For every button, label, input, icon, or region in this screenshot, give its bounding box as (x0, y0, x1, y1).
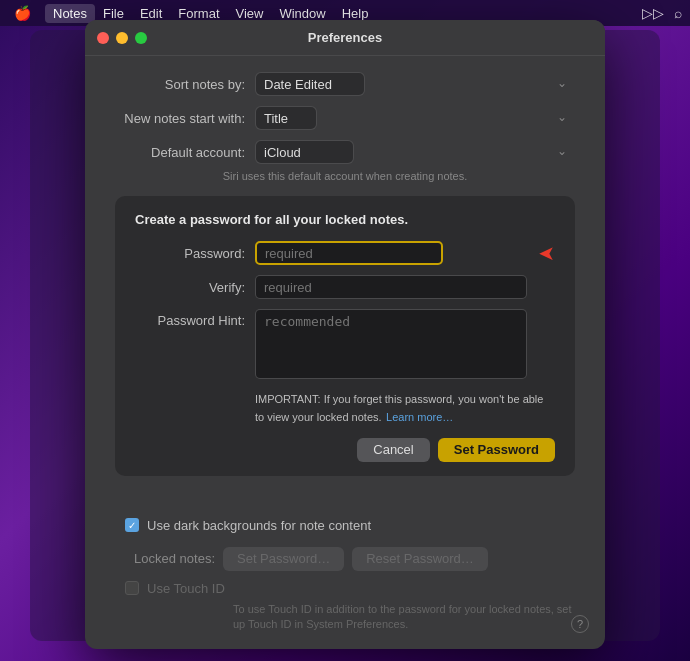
new-notes-select[interactable]: Title Body (255, 106, 317, 130)
password-section: Create a password for all your locked no… (115, 196, 575, 476)
default-account-label: Default account: (115, 145, 245, 160)
touch-id-row: Use Touch ID (115, 581, 575, 596)
touch-id-label: Use Touch ID (147, 581, 225, 596)
password-hint-input[interactable] (255, 309, 527, 379)
important-row: IMPORTANT: If you forget this password, … (135, 389, 555, 426)
password-hint-label: Password Hint: (135, 309, 245, 328)
default-account-select-wrapper: iCloud On My Mac (255, 140, 575, 164)
locked-notes-row: Locked notes: Set Password… Reset Passwo… (115, 547, 575, 571)
touch-id-checkbox[interactable] (125, 581, 139, 595)
password-input[interactable] (255, 241, 443, 265)
password-row: Password: ➤ (135, 241, 555, 265)
sidebar-icon[interactable]: ▷▷ (642, 5, 664, 21)
default-account-row: Default account: iCloud On My Mac (115, 140, 575, 164)
maximize-button[interactable] (135, 32, 147, 44)
dark-bg-label: Use dark backgrounds for note content (147, 518, 371, 533)
sort-notes-select-wrapper: Date Edited Date Created Title (255, 72, 575, 96)
pw-buttons: Cancel Set Password (135, 438, 555, 462)
verify-row: Verify: (135, 275, 555, 299)
sort-notes-row: Sort notes by: Date Edited Date Created … (115, 72, 575, 96)
set-password-button[interactable]: Set Password (438, 438, 555, 462)
password-label: Password: (135, 246, 245, 261)
default-account-select[interactable]: iCloud On My Mac (255, 140, 354, 164)
new-notes-select-wrapper: Title Body (255, 106, 575, 130)
bottom-section: ✓ Use dark backgrounds for note content … (85, 510, 605, 649)
arrow-indicator: ➤ (538, 243, 555, 263)
sort-notes-label: Sort notes by: (115, 77, 245, 92)
sort-notes-select[interactable]: Date Edited Date Created Title (255, 72, 365, 96)
learn-more-link[interactable]: Learn more… (386, 411, 453, 423)
apple-menu[interactable]: 🍎 (8, 5, 37, 21)
verify-label: Verify: (135, 280, 245, 295)
password-input-wrapper (255, 241, 530, 265)
search-icon[interactable]: ⌕ (674, 5, 682, 21)
locked-reset-password-button[interactable]: Reset Password… (352, 547, 488, 571)
password-section-title: Create a password for all your locked no… (135, 212, 555, 227)
minimize-button[interactable] (116, 32, 128, 44)
touch-id-hint: To use Touch ID in addition to the passw… (115, 602, 575, 633)
prefs-title: Preferences (308, 30, 382, 45)
cancel-button[interactable]: Cancel (357, 438, 429, 462)
new-notes-row: New notes start with: Title Body (115, 106, 575, 130)
siri-hint: Siri uses this default account when crea… (115, 170, 575, 182)
verify-input[interactable] (255, 275, 527, 299)
help-icon[interactable]: ? (571, 615, 589, 633)
password-hint-row: Password Hint: (135, 309, 555, 379)
prefs-body: Sort notes by: Date Edited Date Created … (85, 56, 605, 510)
preferences-dialog: Preferences Sort notes by: Date Edited D… (85, 20, 605, 649)
locked-notes-label: Locked notes: (115, 551, 215, 566)
dark-bg-checkbox[interactable]: ✓ (125, 518, 139, 532)
prefs-titlebar: Preferences (85, 20, 605, 56)
dark-bg-row: ✓ Use dark backgrounds for note content (115, 518, 575, 533)
close-button[interactable] (97, 32, 109, 44)
locked-set-password-button[interactable]: Set Password… (223, 547, 344, 571)
new-notes-label: New notes start with: (115, 111, 245, 126)
traffic-lights (97, 32, 147, 44)
